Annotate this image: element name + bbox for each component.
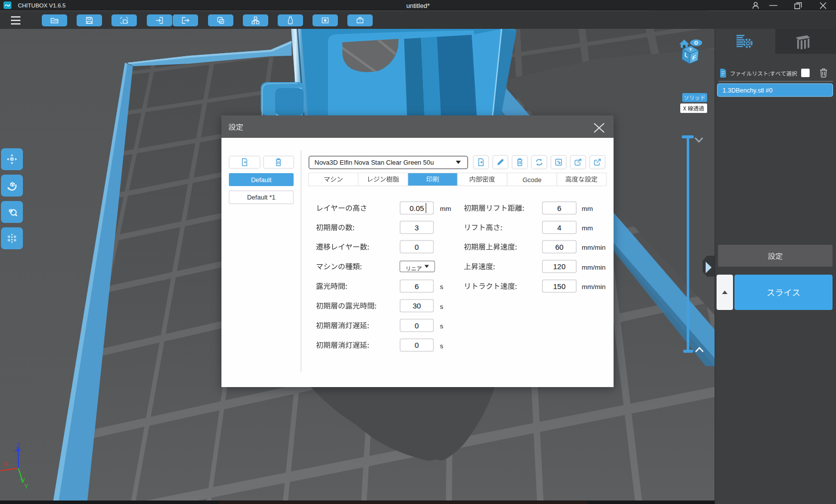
svg-text:mm: mm	[582, 205, 593, 212]
svg-text:150: 150	[553, 282, 565, 291]
svg-text:untitled*: untitled*	[407, 2, 430, 9]
svg-text:3: 3	[415, 223, 418, 232]
svg-text:Gcode: Gcode	[522, 176, 541, 184]
svg-text:s: s	[440, 303, 443, 310]
svg-text:0: 0	[415, 321, 418, 330]
svg-text:120: 120	[553, 262, 565, 271]
svg-text:T: T	[689, 48, 693, 51]
svg-text:0.05: 0.05	[410, 204, 424, 212]
svg-text:6: 6	[415, 282, 418, 291]
svg-text:0: 0	[415, 243, 418, 251]
svg-text:s: s	[440, 322, 443, 330]
svg-text:1.3DBenchy.stl #0: 1.3DBenchy.stl #0	[723, 87, 773, 94]
svg-text:Z: Z	[16, 442, 20, 449]
svg-text:mm/min: mm/min	[582, 264, 606, 271]
svg-text:Y: Y	[24, 483, 28, 490]
svg-text:Default *1: Default *1	[247, 194, 275, 201]
svg-text:mm: mm	[582, 224, 593, 232]
svg-text:6: 6	[557, 204, 561, 212]
svg-text:Default: Default	[251, 176, 272, 184]
svg-text:x: x	[4, 460, 7, 467]
svg-text:mm/min: mm/min	[582, 283, 606, 291]
svg-text:mm: mm	[440, 205, 451, 212]
svg-text:CHITUBOX V1.6.5: CHITUBOX V1.6.5	[18, 2, 66, 8]
svg-text:4: 4	[557, 223, 561, 232]
svg-text:Nova3D Elfin Nova Stan Clear G: Nova3D Elfin Nova Stan Clear Green 50u	[314, 159, 434, 166]
svg-text:s: s	[440, 342, 443, 350]
svg-text:30: 30	[413, 302, 421, 310]
svg-text:60: 60	[555, 243, 564, 251]
svg-text:s: s	[440, 283, 443, 291]
svg-text:mm/min: mm/min	[582, 244, 606, 251]
svg-text:0: 0	[415, 341, 418, 349]
